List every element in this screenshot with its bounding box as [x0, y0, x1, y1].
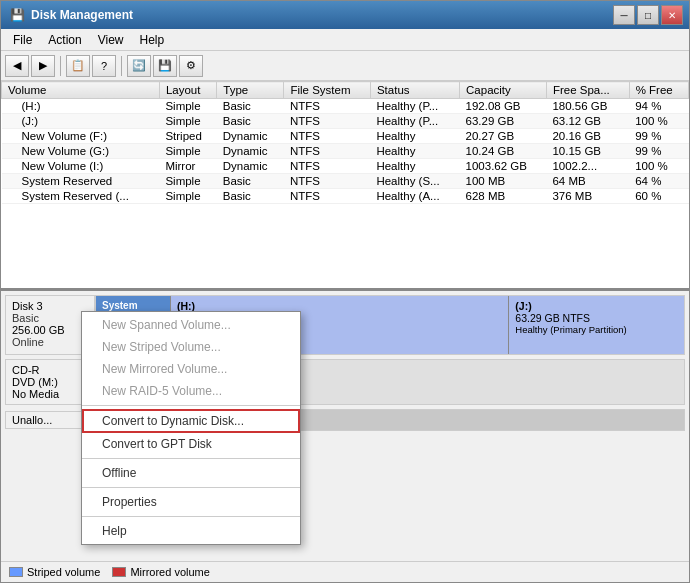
- table-row[interactable]: (J:)SimpleBasicNTFSHealthy (P...63.29 GB…: [2, 114, 689, 129]
- table-cell: 100 %: [629, 114, 688, 129]
- legend-mirrored: Mirrored volume: [112, 566, 209, 578]
- table-cell: Simple: [159, 144, 216, 159]
- table-cell: Basic: [217, 174, 284, 189]
- table-cell: System Reserved (...: [2, 189, 160, 204]
- table-cell: 60 %: [629, 189, 688, 204]
- minimize-button[interactable]: ─: [613, 5, 635, 25]
- table-cell: 99 %: [629, 129, 688, 144]
- table-cell: NTFS: [284, 99, 371, 114]
- col-filesystem[interactable]: File System: [284, 82, 371, 99]
- table-cell: Dynamic: [217, 144, 284, 159]
- disk-3-size: 256.00 GB: [12, 324, 88, 336]
- ctx-offline[interactable]: Offline: [82, 462, 300, 484]
- context-menu: New Spanned Volume... New Striped Volume…: [81, 311, 301, 545]
- table-cell: 94 %: [629, 99, 688, 114]
- ctx-new-raid5: New RAID-5 Volume...: [82, 380, 300, 402]
- table-cell: Dynamic: [217, 129, 284, 144]
- ctx-properties[interactable]: Properties: [82, 491, 300, 513]
- toolbar-separator-1: [60, 56, 61, 76]
- table-cell: 64 MB: [546, 174, 629, 189]
- table-row[interactable]: System ReservedSimpleBasicNTFSHealthy (S…: [2, 174, 689, 189]
- table-cell: Healthy (S...: [370, 174, 459, 189]
- ctx-sep-1: [82, 405, 300, 406]
- col-type[interactable]: Type: [217, 82, 284, 99]
- menu-view[interactable]: View: [90, 31, 132, 49]
- table-cell: NTFS: [284, 114, 371, 129]
- main-window: 💾 Disk Management ─ □ ✕ File Action View…: [0, 0, 690, 583]
- ctx-sep-4: [82, 516, 300, 517]
- legend-mirrored-color: [112, 567, 126, 577]
- table-cell: (J:): [2, 114, 160, 129]
- table-cell: 63.12 GB: [546, 114, 629, 129]
- volume-table: Volume Layout Type File System Status Ca…: [1, 81, 689, 204]
- col-pct[interactable]: % Free: [629, 82, 688, 99]
- col-layout[interactable]: Layout: [159, 82, 216, 99]
- table-cell: Simple: [159, 99, 216, 114]
- window-title: Disk Management: [31, 8, 133, 22]
- ctx-convert-dynamic[interactable]: Convert to Dynamic Disk...: [82, 409, 300, 433]
- maximize-button[interactable]: □: [637, 5, 659, 25]
- table-cell: Basic: [217, 189, 284, 204]
- table-cell: New Volume (G:): [2, 144, 160, 159]
- ctx-new-spanned: New Spanned Volume...: [82, 314, 300, 336]
- table-cell: NTFS: [284, 129, 371, 144]
- table-cell: 63.29 GB: [460, 114, 547, 129]
- partition-j[interactable]: (J:) 63.29 GB NTFS Healthy (Primary Part…: [509, 296, 684, 354]
- table-row[interactable]: New Volume (I:)MirrorDynamicNTFSHealthy1…: [2, 159, 689, 174]
- disk-button[interactable]: 💾: [153, 55, 177, 77]
- table-row[interactable]: System Reserved (...SimpleBasicNTFSHealt…: [2, 189, 689, 204]
- table-cell: Simple: [159, 114, 216, 129]
- table-row[interactable]: New Volume (G:)SimpleDynamicNTFSHealthy1…: [2, 144, 689, 159]
- table-cell: Dynamic: [217, 159, 284, 174]
- disk-3-name: Disk 3: [12, 300, 88, 312]
- table-cell: 628 MB: [460, 189, 547, 204]
- settings-button[interactable]: ⚙: [179, 55, 203, 77]
- table-row[interactable]: (H:)SimpleBasicNTFSHealthy (P...192.08 G…: [2, 99, 689, 114]
- ctx-help[interactable]: Help: [82, 520, 300, 542]
- menu-help[interactable]: Help: [132, 31, 173, 49]
- table-cell: Basic: [217, 99, 284, 114]
- table-cell: New Volume (F:): [2, 129, 160, 144]
- cdrom-type: DVD (M:): [12, 376, 88, 388]
- properties-button[interactable]: 📋: [66, 55, 90, 77]
- table-cell: Healthy (A...: [370, 189, 459, 204]
- disk-3-status: Online: [12, 336, 88, 348]
- ctx-sep-2: [82, 458, 300, 459]
- close-button[interactable]: ✕: [661, 5, 683, 25]
- partition-detail: 63.29 GB NTFS: [515, 312, 678, 324]
- table-cell: (H:): [2, 99, 160, 114]
- legend-bar: Striped volume Mirrored volume: [1, 561, 689, 582]
- forward-button[interactable]: ▶: [31, 55, 55, 77]
- table-cell: 10.24 GB: [460, 144, 547, 159]
- toolbar-separator-2: [121, 56, 122, 76]
- ctx-convert-gpt[interactable]: Convert to GPT Disk: [82, 433, 300, 455]
- menu-action[interactable]: Action: [40, 31, 89, 49]
- menu-file[interactable]: File: [5, 31, 40, 49]
- col-status[interactable]: Status: [370, 82, 459, 99]
- window-controls: ─ □ ✕: [613, 5, 683, 25]
- toolbar: ◀ ▶ 📋 ? 🔄 💾 ⚙: [1, 51, 689, 81]
- table-cell: NTFS: [284, 174, 371, 189]
- cdrom-name: CD-R: [12, 364, 88, 376]
- legend-mirrored-label: Mirrored volume: [130, 566, 209, 578]
- table-cell: 10.15 GB: [546, 144, 629, 159]
- table-cell: NTFS: [284, 159, 371, 174]
- table-cell: 180.56 GB: [546, 99, 629, 114]
- table-cell: Healthy (P...: [370, 99, 459, 114]
- help-button[interactable]: ?: [92, 55, 116, 77]
- ctx-sep-3: [82, 487, 300, 488]
- menu-bar: File Action View Help: [1, 29, 689, 51]
- table-cell: 20.16 GB: [546, 129, 629, 144]
- ctx-new-striped: New Striped Volume...: [82, 336, 300, 358]
- col-volume[interactable]: Volume: [2, 82, 160, 99]
- disk-3-type: Basic: [12, 312, 88, 324]
- col-free[interactable]: Free Spa...: [546, 82, 629, 99]
- table-row[interactable]: New Volume (F:)StripedDynamicNTFSHealthy…: [2, 129, 689, 144]
- table-cell: 376 MB: [546, 189, 629, 204]
- back-button[interactable]: ◀: [5, 55, 29, 77]
- table-cell: Healthy: [370, 144, 459, 159]
- refresh-button[interactable]: 🔄: [127, 55, 151, 77]
- disk-area: Disk 3 Basic 256.00 GB Online System Res…: [1, 291, 689, 561]
- app-icon: 💾: [9, 7, 25, 23]
- col-capacity[interactable]: Capacity: [460, 82, 547, 99]
